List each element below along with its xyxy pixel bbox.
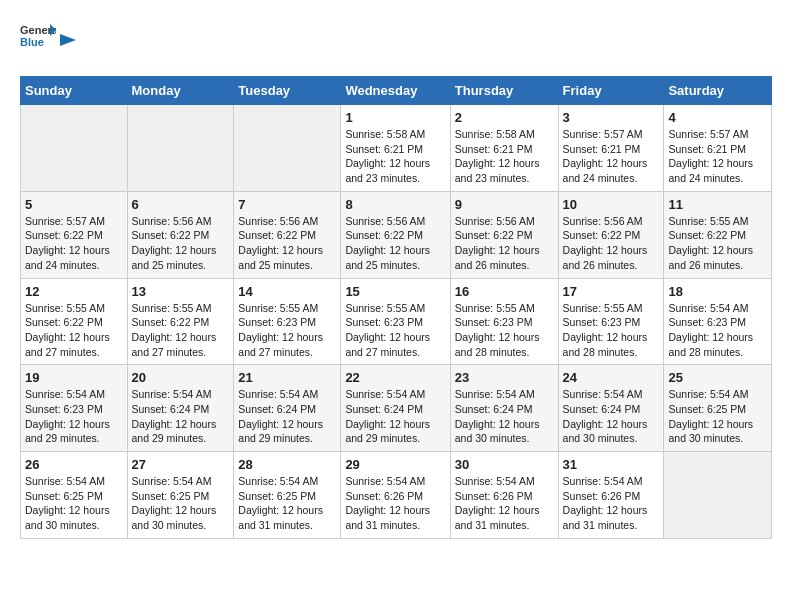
- day-info: Sunrise: 5:55 AM Sunset: 6:22 PM Dayligh…: [132, 301, 230, 360]
- day-number: 30: [455, 457, 554, 472]
- day-number: 31: [563, 457, 660, 472]
- day-number: 9: [455, 197, 554, 212]
- calendar-cell: 18Sunrise: 5:54 AM Sunset: 6:23 PM Dayli…: [664, 278, 772, 365]
- calendar-cell: 13Sunrise: 5:55 AM Sunset: 6:22 PM Dayli…: [127, 278, 234, 365]
- day-number: 28: [238, 457, 336, 472]
- day-number: 7: [238, 197, 336, 212]
- calendar-cell: 19Sunrise: 5:54 AM Sunset: 6:23 PM Dayli…: [21, 365, 128, 452]
- day-number: 13: [132, 284, 230, 299]
- day-header-sunday: Sunday: [21, 77, 128, 105]
- svg-text:Blue: Blue: [20, 36, 44, 48]
- day-info: Sunrise: 5:54 AM Sunset: 6:23 PM Dayligh…: [668, 301, 767, 360]
- day-header-tuesday: Tuesday: [234, 77, 341, 105]
- header: General Blue: [20, 20, 772, 60]
- calendar-cell: 30Sunrise: 5:54 AM Sunset: 6:26 PM Dayli…: [450, 452, 558, 539]
- day-info: Sunrise: 5:57 AM Sunset: 6:21 PM Dayligh…: [668, 127, 767, 186]
- day-info: Sunrise: 5:54 AM Sunset: 6:25 PM Dayligh…: [132, 474, 230, 533]
- day-number: 2: [455, 110, 554, 125]
- day-info: Sunrise: 5:56 AM Sunset: 6:22 PM Dayligh…: [132, 214, 230, 273]
- calendar-week-row: 12Sunrise: 5:55 AM Sunset: 6:22 PM Dayli…: [21, 278, 772, 365]
- calendar-week-row: 1Sunrise: 5:58 AM Sunset: 6:21 PM Daylig…: [21, 105, 772, 192]
- day-number: 1: [345, 110, 445, 125]
- day-info: Sunrise: 5:55 AM Sunset: 6:23 PM Dayligh…: [563, 301, 660, 360]
- calendar-cell: 6Sunrise: 5:56 AM Sunset: 6:22 PM Daylig…: [127, 191, 234, 278]
- day-number: 18: [668, 284, 767, 299]
- day-number: 21: [238, 370, 336, 385]
- calendar-cell: 11Sunrise: 5:55 AM Sunset: 6:22 PM Dayli…: [664, 191, 772, 278]
- day-number: 10: [563, 197, 660, 212]
- calendar-cell: 26Sunrise: 5:54 AM Sunset: 6:25 PM Dayli…: [21, 452, 128, 539]
- day-info: Sunrise: 5:56 AM Sunset: 6:22 PM Dayligh…: [345, 214, 445, 273]
- day-number: 6: [132, 197, 230, 212]
- calendar-cell: 3Sunrise: 5:57 AM Sunset: 6:21 PM Daylig…: [558, 105, 664, 192]
- day-number: 27: [132, 457, 230, 472]
- day-header-thursday: Thursday: [450, 77, 558, 105]
- day-number: 23: [455, 370, 554, 385]
- day-info: Sunrise: 5:54 AM Sunset: 6:26 PM Dayligh…: [455, 474, 554, 533]
- calendar-cell: 4Sunrise: 5:57 AM Sunset: 6:21 PM Daylig…: [664, 105, 772, 192]
- calendar-cell: [127, 105, 234, 192]
- calendar-header-row: SundayMondayTuesdayWednesdayThursdayFrid…: [21, 77, 772, 105]
- day-number: 19: [25, 370, 123, 385]
- logo-icon: General Blue: [20, 20, 56, 56]
- calendar-cell: 14Sunrise: 5:55 AM Sunset: 6:23 PM Dayli…: [234, 278, 341, 365]
- day-number: 24: [563, 370, 660, 385]
- day-number: 5: [25, 197, 123, 212]
- day-info: Sunrise: 5:54 AM Sunset: 6:23 PM Dayligh…: [25, 387, 123, 446]
- calendar-table: SundayMondayTuesdayWednesdayThursdayFrid…: [20, 76, 772, 539]
- day-number: 25: [668, 370, 767, 385]
- day-number: 12: [25, 284, 123, 299]
- day-number: 8: [345, 197, 445, 212]
- day-number: 14: [238, 284, 336, 299]
- day-number: 16: [455, 284, 554, 299]
- calendar-cell: 27Sunrise: 5:54 AM Sunset: 6:25 PM Dayli…: [127, 452, 234, 539]
- calendar-cell: 23Sunrise: 5:54 AM Sunset: 6:24 PM Dayli…: [450, 365, 558, 452]
- calendar-cell: [234, 105, 341, 192]
- day-info: Sunrise: 5:56 AM Sunset: 6:22 PM Dayligh…: [563, 214, 660, 273]
- day-header-saturday: Saturday: [664, 77, 772, 105]
- day-info: Sunrise: 5:58 AM Sunset: 6:21 PM Dayligh…: [345, 127, 445, 186]
- day-info: Sunrise: 5:54 AM Sunset: 6:24 PM Dayligh…: [455, 387, 554, 446]
- day-info: Sunrise: 5:56 AM Sunset: 6:22 PM Dayligh…: [238, 214, 336, 273]
- day-info: Sunrise: 5:55 AM Sunset: 6:22 PM Dayligh…: [25, 301, 123, 360]
- day-info: Sunrise: 5:56 AM Sunset: 6:22 PM Dayligh…: [455, 214, 554, 273]
- day-number: 29: [345, 457, 445, 472]
- calendar-cell: 1Sunrise: 5:58 AM Sunset: 6:21 PM Daylig…: [341, 105, 450, 192]
- day-header-friday: Friday: [558, 77, 664, 105]
- day-info: Sunrise: 5:57 AM Sunset: 6:21 PM Dayligh…: [563, 127, 660, 186]
- calendar-week-row: 26Sunrise: 5:54 AM Sunset: 6:25 PM Dayli…: [21, 452, 772, 539]
- day-header-wednesday: Wednesday: [341, 77, 450, 105]
- day-info: Sunrise: 5:55 AM Sunset: 6:23 PM Dayligh…: [345, 301, 445, 360]
- logo-arrow-icon: [60, 34, 76, 46]
- calendar-cell: 28Sunrise: 5:54 AM Sunset: 6:25 PM Dayli…: [234, 452, 341, 539]
- day-info: Sunrise: 5:55 AM Sunset: 6:23 PM Dayligh…: [455, 301, 554, 360]
- calendar-cell: 22Sunrise: 5:54 AM Sunset: 6:24 PM Dayli…: [341, 365, 450, 452]
- day-number: 11: [668, 197, 767, 212]
- day-number: 17: [563, 284, 660, 299]
- day-info: Sunrise: 5:54 AM Sunset: 6:25 PM Dayligh…: [238, 474, 336, 533]
- calendar-cell: 25Sunrise: 5:54 AM Sunset: 6:25 PM Dayli…: [664, 365, 772, 452]
- svg-marker-4: [60, 34, 76, 46]
- calendar-cell: 2Sunrise: 5:58 AM Sunset: 6:21 PM Daylig…: [450, 105, 558, 192]
- day-info: Sunrise: 5:55 AM Sunset: 6:22 PM Dayligh…: [668, 214, 767, 273]
- calendar-cell: 9Sunrise: 5:56 AM Sunset: 6:22 PM Daylig…: [450, 191, 558, 278]
- day-info: Sunrise: 5:58 AM Sunset: 6:21 PM Dayligh…: [455, 127, 554, 186]
- day-info: Sunrise: 5:54 AM Sunset: 6:26 PM Dayligh…: [563, 474, 660, 533]
- page: General Blue: [0, 0, 792, 559]
- day-number: 3: [563, 110, 660, 125]
- calendar-cell: 17Sunrise: 5:55 AM Sunset: 6:23 PM Dayli…: [558, 278, 664, 365]
- day-info: Sunrise: 5:54 AM Sunset: 6:24 PM Dayligh…: [345, 387, 445, 446]
- calendar-week-row: 5Sunrise: 5:57 AM Sunset: 6:22 PM Daylig…: [21, 191, 772, 278]
- calendar-cell: 15Sunrise: 5:55 AM Sunset: 6:23 PM Dayli…: [341, 278, 450, 365]
- day-info: Sunrise: 5:54 AM Sunset: 6:24 PM Dayligh…: [563, 387, 660, 446]
- day-info: Sunrise: 5:57 AM Sunset: 6:22 PM Dayligh…: [25, 214, 123, 273]
- day-header-monday: Monday: [127, 77, 234, 105]
- calendar-cell: 24Sunrise: 5:54 AM Sunset: 6:24 PM Dayli…: [558, 365, 664, 452]
- day-info: Sunrise: 5:54 AM Sunset: 6:25 PM Dayligh…: [668, 387, 767, 446]
- calendar-cell: 12Sunrise: 5:55 AM Sunset: 6:22 PM Dayli…: [21, 278, 128, 365]
- calendar-cell: 16Sunrise: 5:55 AM Sunset: 6:23 PM Dayli…: [450, 278, 558, 365]
- day-number: 22: [345, 370, 445, 385]
- calendar-cell: 20Sunrise: 5:54 AM Sunset: 6:24 PM Dayli…: [127, 365, 234, 452]
- calendar-cell: 5Sunrise: 5:57 AM Sunset: 6:22 PM Daylig…: [21, 191, 128, 278]
- day-number: 20: [132, 370, 230, 385]
